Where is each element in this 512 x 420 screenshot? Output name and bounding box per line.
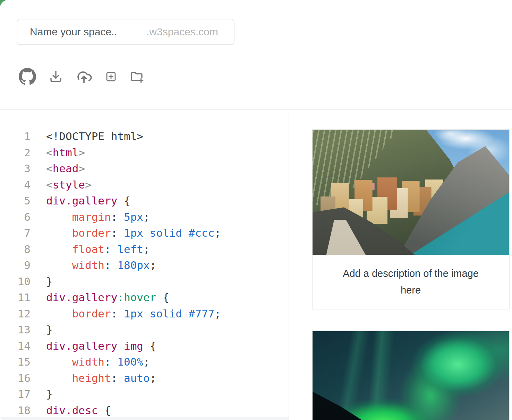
code-line[interactable]: 1<!DOCTYPE html>	[0, 128, 289, 145]
code-line[interactable]: 9 width: 180px;	[0, 257, 289, 273]
code-line[interactable]: 13}	[0, 322, 289, 338]
code-line-text: div.desc {	[31, 402, 111, 419]
image-description: Add a description of the image here	[333, 265, 489, 298]
add-folder-icon[interactable]	[130, 69, 144, 84]
preview-pane: Add a description of the image here	[289, 110, 512, 420]
line-number: 5	[0, 193, 31, 209]
line-number: 11	[0, 289, 31, 306]
code-line-text: <head>	[31, 160, 85, 177]
code-line-text: div.gallery:hover {	[31, 289, 169, 306]
line-number: 4	[0, 177, 31, 193]
code-line[interactable]: 2<html>	[0, 145, 289, 161]
code-line-text: div.gallery {	[31, 193, 130, 209]
code-line-text: margin: 5px;	[31, 209, 150, 225]
space-name-field[interactable]: .w3spaces.com	[17, 19, 234, 45]
line-number: 6	[0, 209, 31, 225]
line-number: 3	[0, 160, 31, 177]
code-line[interactable]: 8 float: left;	[0, 241, 289, 257]
code-line[interactable]: 15 width: 100%;	[0, 354, 289, 370]
line-number: 8	[0, 241, 31, 257]
cloud-upload-icon[interactable]	[76, 68, 92, 85]
code-line-text: float: left;	[31, 241, 150, 257]
space-name-input[interactable]	[29, 26, 146, 38]
code-line-text: <style>	[31, 177, 92, 193]
coastal-village-image	[313, 130, 509, 255]
download-icon[interactable]	[49, 69, 63, 84]
code-editor[interactable]: 1<!DOCTYPE html>2<html>3<head>4<style>5d…	[0, 110, 289, 420]
editor-horizontal-scrollbar[interactable]	[0, 417, 289, 420]
github-icon[interactable]	[19, 68, 36, 85]
domain-suffix-label: .w3spaces.com	[146, 26, 218, 38]
code-line[interactable]: 3<head>	[0, 160, 289, 177]
code-line[interactable]: 17}	[0, 386, 289, 402]
line-number: 10	[0, 273, 31, 290]
line-number: 12	[0, 306, 31, 322]
code-line-text: div.gallery img {	[31, 338, 156, 354]
code-line[interactable]: 11div.gallery:hover {	[0, 289, 289, 306]
gallery-card-aurora	[312, 331, 510, 420]
aurora-glow	[313, 331, 509, 420]
code-line-text: border: 1px solid #ccc;	[31, 225, 221, 241]
code-line-text: <!DOCTYPE html>	[31, 128, 143, 145]
code-line-text: }	[31, 386, 53, 402]
code-line[interactable]: 14div.gallery img {	[0, 338, 289, 354]
code-line-text: width: 180px;	[31, 257, 156, 273]
line-number: 7	[0, 225, 31, 241]
w3spaces-editor-window: .w3spaces.com	[0, 0, 512, 420]
code-line[interactable]: 6 margin: 5px;	[0, 209, 289, 225]
aurora-image	[313, 331, 509, 420]
code-line[interactable]: 4<style>	[0, 177, 289, 193]
line-number: 14	[0, 338, 31, 354]
code-line[interactable]: 18div.desc {	[0, 402, 289, 419]
code-line[interactable]: 10}	[0, 273, 289, 290]
add-file-icon[interactable]	[105, 70, 117, 83]
code-lines: 1<!DOCTYPE html>2<html>3<head>4<style>5d…	[0, 128, 289, 418]
code-line-text: border: 1px solid #777;	[31, 306, 221, 322]
code-line[interactable]: 5div.gallery {	[0, 193, 289, 209]
line-number: 16	[0, 370, 31, 386]
line-number: 17	[0, 386, 31, 402]
gallery-card-village: Add a description of the image here	[312, 129, 510, 309]
code-line-text: }	[31, 322, 53, 338]
line-number: 15	[0, 354, 31, 370]
main-split: 1<!DOCTYPE html>2<html>3<head>4<style>5d…	[0, 110, 512, 420]
code-line-text: width: 100%;	[31, 354, 150, 370]
line-number: 18	[0, 402, 31, 419]
line-number: 9	[0, 257, 31, 273]
code-line-text: height: auto;	[31, 370, 156, 386]
image-description-area: Add a description of the image here	[313, 255, 509, 309]
code-line-text: <html>	[31, 145, 85, 161]
line-number: 1	[0, 128, 31, 145]
header: .w3spaces.com	[0, 0, 512, 110]
code-line[interactable]: 16 height: auto;	[0, 370, 289, 386]
code-line-text: }	[31, 273, 53, 290]
line-number: 13	[0, 322, 31, 338]
code-line[interactable]: 12 border: 1px solid #777;	[0, 306, 289, 322]
code-line[interactable]: 7 border: 1px solid #ccc;	[0, 225, 289, 241]
toolbar	[19, 68, 144, 85]
line-number: 2	[0, 145, 31, 161]
